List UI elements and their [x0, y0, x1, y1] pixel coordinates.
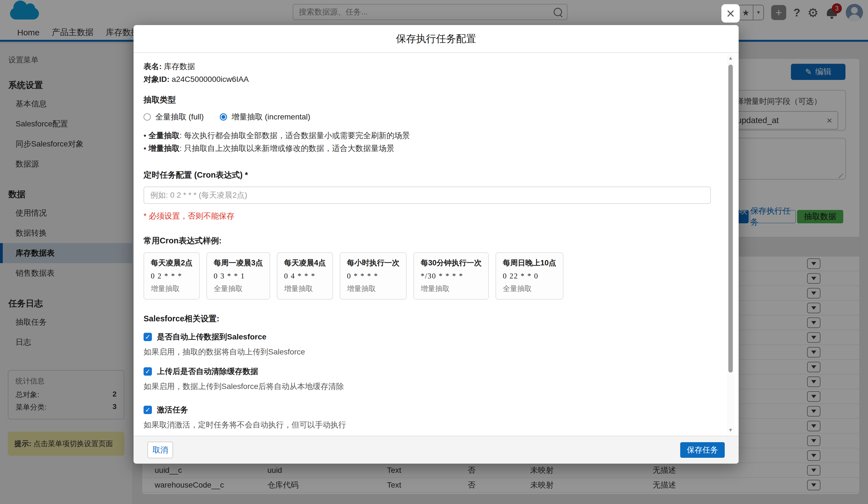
checkbox-checked-icon [144, 406, 152, 414]
radio-incremental-extract[interactable]: 增量抽取 (incremental) [220, 112, 310, 122]
cron-sample-type: 增量抽取 [421, 284, 482, 293]
cron-sample-expression: 0 2 * * * [151, 272, 193, 280]
cron-sample-card[interactable]: 每天凌晨4点 0 4 * * * 增量抽取 [277, 252, 333, 300]
bullet-incremental: • 增量抽取: 只抽取自上次抽取以来新增或修改的数据，适合大数据量场景 [144, 142, 711, 155]
checkbox-activate-task[interactable]: 激活任务 [144, 404, 711, 415]
cron-sample-title: 每小时执行一次 [347, 258, 400, 268]
object-id-line: 对象ID: a24C5000000icw6IAA [144, 73, 711, 86]
cron-sample-type: 全量抽取 [214, 284, 263, 293]
object-id-value: a24C5000000icw6IAA [169, 75, 249, 83]
cron-sample-card[interactable]: 每小时执行一次 0 * * * * 增量抽取 [340, 252, 407, 300]
screen: ★ ▼ + ? ⚙ 3 Home 产品主数据 库存数据 销售数据 设置菜单 系统… [0, 0, 868, 504]
checkbox-label: 是否自动上传数据到Salesforce [157, 332, 267, 342]
cron-sample-title: 每周日晚上10点 [503, 258, 556, 268]
cron-sample-expression: */30 * * * * [421, 272, 482, 280]
cron-config-label: 定时任务配置 (Cron表达式) * [144, 169, 711, 180]
scroll-up-arrow-icon[interactable]: ▲ [727, 54, 734, 62]
table-name-line: 表名: 库存数据 [144, 60, 711, 73]
radio-incremental-label: 增量抽取 (incremental) [231, 112, 310, 122]
cancel-button[interactable]: 取消 [147, 442, 173, 458]
extract-type-notes: • 全量抽取: 每次执行都会抽取全部数据，适合数据量小或需要完全刷新的场景 • … [144, 129, 711, 155]
modal-scrollbar[interactable]: ▲ ▼ [727, 54, 734, 434]
cron-sample-expression: 0 * * * * [347, 272, 400, 280]
cron-sample-type: 增量抽取 [284, 284, 326, 293]
bullet-desc: : 只抽取自上次抽取以来新增或修改的数据，适合大数据量场景 [180, 144, 394, 153]
modal-footer: 取消 保存任务 [134, 436, 738, 464]
checkbox-desc: 如果启用，抽取的数据将自动上传到Salesforce [144, 346, 711, 357]
cron-sample-card[interactable]: 每30分钟执行一次 */30 * * * * 增量抽取 [413, 252, 489, 300]
modal-close-button[interactable]: × [721, 4, 740, 22]
save-task-button[interactable]: 保存任务 [680, 442, 725, 458]
close-icon: × [726, 6, 735, 21]
checkbox-label: 上传后是否自动清除缓存数据 [157, 366, 258, 377]
modal-header: 保存执行任务配置 [134, 25, 738, 53]
cron-sample-cards: 每天凌晨2点 0 2 * * * 增量抽取 每周一凌晨3点 0 3 * * 1 … [144, 252, 711, 300]
cron-sample-title: 每周一凌晨3点 [214, 258, 263, 268]
bullet-desc: : 每次执行都会抽取全部数据，适合数据量小或需要完全刷新的场景 [180, 131, 410, 140]
cron-sample-title: 每天凌晨2点 [151, 258, 193, 268]
cron-expression-input[interactable] [144, 187, 711, 204]
radio-full-label: 全量抽取 (full) [155, 112, 204, 122]
cron-sample-type: 增量抽取 [347, 284, 400, 293]
checkbox-checked-icon [144, 367, 152, 376]
checkbox-group-auto-upload: 是否自动上传数据到Salesforce 如果启用，抽取的数据将自动上传到Sale… [144, 331, 711, 357]
checkbox-auto-upload[interactable]: 是否自动上传数据到Salesforce [144, 331, 711, 343]
extract-type-label: 抽取类型 [144, 94, 711, 105]
cron-sample-card[interactable]: 每周一凌晨3点 0 3 * * 1 全量抽取 [206, 252, 270, 300]
radio-selected-icon [220, 113, 227, 121]
scrollbar-thumb[interactable] [728, 64, 733, 373]
checkbox-label: 激活任务 [157, 405, 188, 415]
sf-settings-label: Salesforce相关设置: [144, 313, 711, 324]
checkbox-auto-clear[interactable]: 上传后是否自动清除缓存数据 [144, 366, 711, 377]
checkbox-checked-icon [144, 333, 152, 341]
bullet-term: 增量抽取 [148, 144, 180, 153]
modal-title: 保存执行任务配置 [396, 32, 476, 46]
bullet-full: • 全量抽取: 每次执行都会抽取全部数据，适合数据量小或需要完全刷新的场景 [144, 129, 711, 142]
table-name-value: 库存数据 [162, 62, 195, 71]
scroll-down-arrow-icon[interactable]: ▼ [727, 426, 734, 434]
modal-body: 表名: 库存数据 对象ID: a24C5000000icw6IAA 抽取类型 全… [134, 53, 738, 436]
table-name-label: 表名: [144, 62, 162, 71]
cron-sample-title: 每天凌晨4点 [284, 258, 326, 268]
save-task-modal: 保存执行任务配置 表名: 库存数据 对象ID: a24C5000000icw6I… [134, 25, 738, 464]
cron-sample-expression: 0 3 * * 1 [214, 272, 263, 280]
cron-sample-title: 每30分钟执行一次 [421, 258, 482, 268]
cron-sample-type: 全量抽取 [503, 284, 556, 293]
cron-sample-card[interactable]: 每天凌晨2点 0 2 * * * 增量抽取 [144, 252, 200, 300]
checkbox-group-activate: 激活任务 如果取消激活，定时任务将不会自动执行，但可以手动执行 [144, 404, 711, 431]
checkbox-group-auto-clear: 上传后是否自动清除缓存数据 如果启用，数据上传到Salesforce后将自动从本… [144, 366, 711, 392]
checkbox-desc: 如果启用，数据上传到Salesforce后将自动从本地缓存清除 [144, 381, 711, 392]
required-warning: * 必须设置，否则不能保存 [144, 211, 711, 222]
cron-sample-expression: 0 22 * * 0 [503, 272, 556, 280]
cron-sample-type: 增量抽取 [151, 284, 193, 293]
object-id-label: 对象ID: [144, 75, 169, 83]
cron-sample-card[interactable]: 每周日晚上10点 0 22 * * 0 全量抽取 [495, 252, 564, 300]
cron-sample-expression: 0 4 * * * [284, 272, 326, 280]
radio-icon [144, 113, 151, 121]
radio-full-extract[interactable]: 全量抽取 (full) [144, 112, 204, 122]
bullet-term: 全量抽取 [148, 131, 180, 140]
extract-type-radios: 全量抽取 (full) 增量抽取 (incremental) [144, 111, 711, 122]
cron-samples-label: 常用Cron表达式样例: [144, 235, 711, 246]
checkbox-desc: 如果取消激活，定时任务将不会自动执行，但可以手动执行 [144, 419, 711, 431]
